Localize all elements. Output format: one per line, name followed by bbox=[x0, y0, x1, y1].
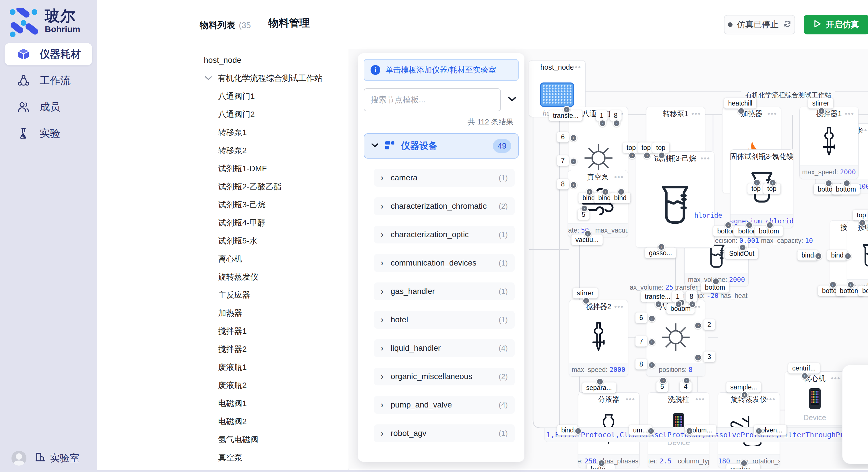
tree-item-15[interactable]: 废液瓶1 bbox=[194, 358, 348, 376]
template-category-communication_devices[interactable]: ›communication_devices(1) bbox=[374, 254, 515, 272]
tree-item-9[interactable]: 离心机 bbox=[194, 250, 348, 268]
sidebar-item-3[interactable]: 实验 bbox=[5, 122, 92, 144]
port-connector-dot[interactable]: › bbox=[769, 179, 776, 187]
port-connector-dot[interactable]: › bbox=[563, 106, 570, 113]
port-chip-top[interactable]: top bbox=[853, 210, 868, 221]
port-connector-dot[interactable]: › bbox=[724, 222, 732, 229]
port-connector-dot[interactable]: › bbox=[581, 205, 588, 212]
template-category-robot_agv[interactable]: ›robot_agv(1) bbox=[374, 425, 515, 442]
port-connector-dot[interactable]: › bbox=[818, 107, 825, 115]
port-connector-dot[interactable]: › bbox=[596, 378, 603, 385]
chevron-down-icon[interactable] bbox=[205, 76, 212, 81]
node-menu-icon[interactable]: ••• bbox=[572, 61, 581, 74]
port-connector-dot[interactable]: › bbox=[766, 222, 774, 229]
search-template-input[interactable] bbox=[364, 88, 501, 111]
tree-item-16[interactable]: 废液瓶2 bbox=[194, 376, 348, 394]
node-menu-icon[interactable]: ••• bbox=[780, 150, 789, 163]
node-menu-icon[interactable]: ••• bbox=[691, 107, 701, 120]
port-chip-6[interactable]: 6 bbox=[557, 132, 569, 142]
tree-item-group[interactable]: 有机化学流程综合测试工作站 bbox=[194, 69, 348, 87]
port-connector-dot[interactable]: › bbox=[648, 361, 656, 369]
sidebar-item-2[interactable]: 成员 bbox=[5, 96, 92, 118]
port-connector-dot[interactable]: › bbox=[617, 188, 625, 196]
port-connector-dot[interactable]: › bbox=[582, 297, 590, 305]
node-menu-icon[interactable]: ••• bbox=[701, 152, 710, 165]
port-connector-dot[interactable]: › bbox=[570, 134, 577, 142]
port-chip-top[interactable]: top bbox=[652, 142, 670, 153]
preview-popover[interactable] bbox=[842, 365, 868, 464]
port-connector-dot[interactable]: › bbox=[570, 181, 577, 189]
tree-item-root[interactable]: host_node bbox=[194, 51, 348, 69]
port-connector-dot[interactable]: › bbox=[658, 152, 665, 159]
port-connector-dot[interactable]: › bbox=[575, 427, 582, 435]
tree-item-14[interactable]: 搅拌器2 bbox=[194, 340, 348, 358]
tree-item-13[interactable]: 搅拌器1 bbox=[194, 322, 348, 340]
port-connector-dot[interactable]: › bbox=[655, 301, 662, 308]
port-connector-dot[interactable]: › bbox=[598, 460, 606, 467]
port-connector-dot[interactable]: › bbox=[755, 427, 763, 435]
port-connector-dot[interactable]: › bbox=[586, 188, 593, 196]
port-connector-dot[interactable]: › bbox=[647, 427, 655, 435]
port-connector-dot[interactable]: › bbox=[686, 427, 693, 435]
port-connector-dot[interactable]: › bbox=[694, 354, 702, 361]
refresh-icon[interactable] bbox=[783, 20, 792, 30]
sidebar-item-lab[interactable]: 实验室 bbox=[35, 452, 79, 465]
tree-item-11[interactable]: 主反应器 bbox=[194, 286, 348, 304]
port-connector-dot[interactable]: › bbox=[689, 301, 696, 308]
tree-item-18[interactable]: 电磁阀2 bbox=[194, 412, 348, 430]
node-bottle-3[interactable]: 试剂瓶3-己烷••• bbox=[636, 151, 714, 248]
sidebar-item-0[interactable]: 仪器耗材 bbox=[5, 43, 92, 65]
port-connector-dot[interactable]: › bbox=[599, 120, 606, 127]
port-chip-8[interactable]: 8 bbox=[636, 359, 647, 370]
port-connector-dot[interactable]: › bbox=[847, 281, 855, 289]
port-connector-dot[interactable]: › bbox=[843, 179, 850, 187]
port-chip-stirrer[interactable]: stirrer bbox=[573, 288, 598, 299]
port-connector-dot[interactable]: › bbox=[648, 315, 656, 322]
port-connector-dot[interactable]: › bbox=[829, 281, 837, 289]
tree-item-6[interactable]: 试剂瓶3-己烷 bbox=[194, 196, 348, 214]
port-connector-dot[interactable]: › bbox=[740, 460, 748, 467]
tree-item-19[interactable]: 氢气电磁阀 bbox=[194, 430, 348, 448]
port-connector-dot[interactable]: › bbox=[859, 219, 866, 227]
template-category-liquid_handler[interactable]: ›liquid_handler(4) bbox=[374, 339, 515, 357]
port-connector-dot[interactable]: › bbox=[844, 252, 851, 260]
port-chip-heatchill[interactable]: heatchill bbox=[724, 98, 756, 109]
port-chip-bottom[interactable]: bottom bbox=[858, 285, 868, 296]
tree-item-7[interactable]: 试剂瓶4-甲醇 bbox=[194, 214, 348, 232]
port-chip-2[interactable]: 2 bbox=[704, 319, 715, 330]
node-vacuum-pump[interactable]: 真空泵•••pump_rate: 50max_vacuum: 0.1 bbox=[568, 170, 628, 237]
node-menu-icon[interactable]: ••• bbox=[614, 170, 624, 183]
category-instruments[interactable]: 仪器设备 49 bbox=[364, 133, 519, 159]
port-connector-dot[interactable]: › bbox=[737, 107, 745, 115]
node-menu-icon[interactable]: ••• bbox=[861, 124, 868, 137]
tree-item-1[interactable]: 八通阀门2 bbox=[194, 105, 348, 123]
port-chip-7[interactable]: 7 bbox=[557, 156, 569, 166]
tree-item-5[interactable]: 试剂瓶2-乙酸乙酯 bbox=[194, 177, 348, 196]
port-chip-transfe[interactable]: transfe... bbox=[641, 291, 674, 302]
tree-item-0[interactable]: 八通阀门1 bbox=[194, 87, 348, 105]
tree-item-10[interactable]: 旋转蒸发仪 bbox=[194, 268, 348, 286]
node-stirrer-2[interactable]: 搅拌器2•••max_speed: 2000 bbox=[569, 300, 628, 376]
port-connector-dot[interactable]: › bbox=[613, 120, 620, 127]
tree-item-4[interactable]: 试剂瓶1-DMF bbox=[194, 160, 348, 177]
port-chip-centrif[interactable]: centrif... bbox=[788, 363, 820, 374]
port-chip-3[interactable]: 3 bbox=[704, 351, 715, 362]
port-connector-dot[interactable]: › bbox=[584, 230, 592, 237]
port-connector-dot[interactable]: › bbox=[745, 222, 753, 229]
tree-item-17[interactable]: 电磁阀1 bbox=[194, 394, 348, 412]
port-connector-dot[interactable]: › bbox=[753, 179, 761, 187]
port-chip-8[interactable]: 8 bbox=[686, 291, 698, 302]
port-connector-dot[interactable]: › bbox=[712, 278, 720, 285]
port-connector-dot[interactable]: › bbox=[628, 152, 636, 159]
port-connector-dot[interactable]: › bbox=[683, 377, 690, 384]
port-chip-top[interactable]: top bbox=[623, 142, 640, 153]
template-category-gas_handler[interactable]: ›gas_handler(1) bbox=[374, 282, 515, 300]
port-connector-dot[interactable]: › bbox=[659, 377, 667, 384]
port-connector-dot[interactable]: › bbox=[741, 391, 748, 399]
template-category-organic_miscellaneous[interactable]: ›organic_miscellaneous(2) bbox=[374, 368, 515, 385]
port-connector-dot[interactable]: › bbox=[648, 338, 656, 346]
node-menu-icon[interactable]: ••• bbox=[766, 393, 776, 406]
node-menu-icon[interactable]: ••• bbox=[845, 107, 854, 120]
chevron-down-icon[interactable] bbox=[507, 96, 517, 104]
port-connector-dot[interactable]: › bbox=[801, 372, 809, 380]
